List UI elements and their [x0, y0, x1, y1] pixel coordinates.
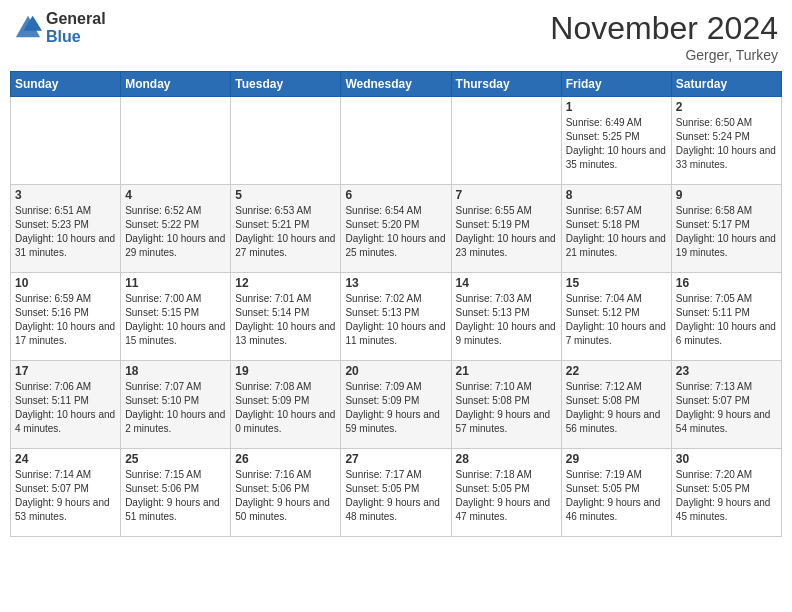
table-row: 23Sunrise: 7:13 AM Sunset: 5:07 PM Dayli…	[671, 361, 781, 449]
logo-general: General	[46, 10, 106, 28]
day-number: 6	[345, 188, 446, 202]
day-info: Sunrise: 7:08 AM Sunset: 5:09 PM Dayligh…	[235, 380, 336, 436]
day-number: 11	[125, 276, 226, 290]
title-block: November 2024 Gerger, Turkey	[550, 10, 778, 63]
day-number: 12	[235, 276, 336, 290]
day-number: 21	[456, 364, 557, 378]
table-row: 29Sunrise: 7:19 AM Sunset: 5:05 PM Dayli…	[561, 449, 671, 537]
table-row: 18Sunrise: 7:07 AM Sunset: 5:10 PM Dayli…	[121, 361, 231, 449]
day-number: 3	[15, 188, 116, 202]
table-row: 30Sunrise: 7:20 AM Sunset: 5:05 PM Dayli…	[671, 449, 781, 537]
day-info: Sunrise: 6:51 AM Sunset: 5:23 PM Dayligh…	[15, 204, 116, 260]
calendar-week-row: 17Sunrise: 7:06 AM Sunset: 5:11 PM Dayli…	[11, 361, 782, 449]
day-info: Sunrise: 7:15 AM Sunset: 5:06 PM Dayligh…	[125, 468, 226, 524]
day-number: 27	[345, 452, 446, 466]
day-number: 29	[566, 452, 667, 466]
day-number: 10	[15, 276, 116, 290]
table-row: 15Sunrise: 7:04 AM Sunset: 5:12 PM Dayli…	[561, 273, 671, 361]
day-info: Sunrise: 7:05 AM Sunset: 5:11 PM Dayligh…	[676, 292, 777, 348]
day-info: Sunrise: 7:06 AM Sunset: 5:11 PM Dayligh…	[15, 380, 116, 436]
table-row: 24Sunrise: 7:14 AM Sunset: 5:07 PM Dayli…	[11, 449, 121, 537]
calendar-header-row: Sunday Monday Tuesday Wednesday Thursday…	[11, 72, 782, 97]
table-row: 10Sunrise: 6:59 AM Sunset: 5:16 PM Dayli…	[11, 273, 121, 361]
table-row	[11, 97, 121, 185]
day-info: Sunrise: 7:20 AM Sunset: 5:05 PM Dayligh…	[676, 468, 777, 524]
day-info: Sunrise: 7:17 AM Sunset: 5:05 PM Dayligh…	[345, 468, 446, 524]
day-number: 7	[456, 188, 557, 202]
day-number: 2	[676, 100, 777, 114]
day-info: Sunrise: 6:54 AM Sunset: 5:20 PM Dayligh…	[345, 204, 446, 260]
col-sunday: Sunday	[11, 72, 121, 97]
day-info: Sunrise: 7:04 AM Sunset: 5:12 PM Dayligh…	[566, 292, 667, 348]
table-row: 12Sunrise: 7:01 AM Sunset: 5:14 PM Dayli…	[231, 273, 341, 361]
day-number: 4	[125, 188, 226, 202]
day-info: Sunrise: 7:03 AM Sunset: 5:13 PM Dayligh…	[456, 292, 557, 348]
table-row: 27Sunrise: 7:17 AM Sunset: 5:05 PM Dayli…	[341, 449, 451, 537]
logo-blue: Blue	[46, 28, 106, 46]
table-row: 14Sunrise: 7:03 AM Sunset: 5:13 PM Dayli…	[451, 273, 561, 361]
table-row	[341, 97, 451, 185]
table-row: 19Sunrise: 7:08 AM Sunset: 5:09 PM Dayli…	[231, 361, 341, 449]
calendar-week-row: 3Sunrise: 6:51 AM Sunset: 5:23 PM Daylig…	[11, 185, 782, 273]
table-row: 16Sunrise: 7:05 AM Sunset: 5:11 PM Dayli…	[671, 273, 781, 361]
location-title: Gerger, Turkey	[550, 47, 778, 63]
table-row: 28Sunrise: 7:18 AM Sunset: 5:05 PM Dayli…	[451, 449, 561, 537]
day-info: Sunrise: 7:02 AM Sunset: 5:13 PM Dayligh…	[345, 292, 446, 348]
day-number: 1	[566, 100, 667, 114]
table-row: 4Sunrise: 6:52 AM Sunset: 5:22 PM Daylig…	[121, 185, 231, 273]
day-info: Sunrise: 7:18 AM Sunset: 5:05 PM Dayligh…	[456, 468, 557, 524]
day-info: Sunrise: 7:09 AM Sunset: 5:09 PM Dayligh…	[345, 380, 446, 436]
calendar-week-row: 10Sunrise: 6:59 AM Sunset: 5:16 PM Dayli…	[11, 273, 782, 361]
day-info: Sunrise: 7:14 AM Sunset: 5:07 PM Dayligh…	[15, 468, 116, 524]
day-info: Sunrise: 6:53 AM Sunset: 5:21 PM Dayligh…	[235, 204, 336, 260]
day-number: 16	[676, 276, 777, 290]
table-row: 26Sunrise: 7:16 AM Sunset: 5:06 PM Dayli…	[231, 449, 341, 537]
day-info: Sunrise: 7:19 AM Sunset: 5:05 PM Dayligh…	[566, 468, 667, 524]
day-info: Sunrise: 7:12 AM Sunset: 5:08 PM Dayligh…	[566, 380, 667, 436]
day-info: Sunrise: 6:58 AM Sunset: 5:17 PM Dayligh…	[676, 204, 777, 260]
table-row: 11Sunrise: 7:00 AM Sunset: 5:15 PM Dayli…	[121, 273, 231, 361]
day-number: 30	[676, 452, 777, 466]
day-number: 22	[566, 364, 667, 378]
day-number: 18	[125, 364, 226, 378]
day-number: 19	[235, 364, 336, 378]
calendar-table: Sunday Monday Tuesday Wednesday Thursday…	[10, 71, 782, 537]
day-info: Sunrise: 7:13 AM Sunset: 5:07 PM Dayligh…	[676, 380, 777, 436]
table-row	[121, 97, 231, 185]
table-row: 21Sunrise: 7:10 AM Sunset: 5:08 PM Dayli…	[451, 361, 561, 449]
day-info: Sunrise: 6:50 AM Sunset: 5:24 PM Dayligh…	[676, 116, 777, 172]
col-monday: Monday	[121, 72, 231, 97]
day-info: Sunrise: 7:10 AM Sunset: 5:08 PM Dayligh…	[456, 380, 557, 436]
day-info: Sunrise: 6:57 AM Sunset: 5:18 PM Dayligh…	[566, 204, 667, 260]
table-row: 25Sunrise: 7:15 AM Sunset: 5:06 PM Dayli…	[121, 449, 231, 537]
day-info: Sunrise: 7:16 AM Sunset: 5:06 PM Dayligh…	[235, 468, 336, 524]
day-number: 9	[676, 188, 777, 202]
table-row: 3Sunrise: 6:51 AM Sunset: 5:23 PM Daylig…	[11, 185, 121, 273]
day-number: 14	[456, 276, 557, 290]
day-number: 5	[235, 188, 336, 202]
col-thursday: Thursday	[451, 72, 561, 97]
table-row: 1Sunrise: 6:49 AM Sunset: 5:25 PM Daylig…	[561, 97, 671, 185]
day-number: 17	[15, 364, 116, 378]
day-info: Sunrise: 7:00 AM Sunset: 5:15 PM Dayligh…	[125, 292, 226, 348]
day-number: 24	[15, 452, 116, 466]
logo: General Blue	[14, 10, 106, 45]
table-row: 9Sunrise: 6:58 AM Sunset: 5:17 PM Daylig…	[671, 185, 781, 273]
table-row: 7Sunrise: 6:55 AM Sunset: 5:19 PM Daylig…	[451, 185, 561, 273]
day-number: 25	[125, 452, 226, 466]
table-row: 5Sunrise: 6:53 AM Sunset: 5:21 PM Daylig…	[231, 185, 341, 273]
col-friday: Friday	[561, 72, 671, 97]
table-row: 17Sunrise: 7:06 AM Sunset: 5:11 PM Dayli…	[11, 361, 121, 449]
table-row: 6Sunrise: 6:54 AM Sunset: 5:20 PM Daylig…	[341, 185, 451, 273]
table-row: 2Sunrise: 6:50 AM Sunset: 5:24 PM Daylig…	[671, 97, 781, 185]
col-tuesday: Tuesday	[231, 72, 341, 97]
day-info: Sunrise: 7:01 AM Sunset: 5:14 PM Dayligh…	[235, 292, 336, 348]
page-header: General Blue November 2024 Gerger, Turke…	[10, 10, 782, 63]
logo-text: General Blue	[46, 10, 106, 45]
day-info: Sunrise: 7:07 AM Sunset: 5:10 PM Dayligh…	[125, 380, 226, 436]
day-number: 15	[566, 276, 667, 290]
table-row: 22Sunrise: 7:12 AM Sunset: 5:08 PM Dayli…	[561, 361, 671, 449]
day-info: Sunrise: 6:52 AM Sunset: 5:22 PM Dayligh…	[125, 204, 226, 260]
calendar-week-row: 1Sunrise: 6:49 AM Sunset: 5:25 PM Daylig…	[11, 97, 782, 185]
table-row: 8Sunrise: 6:57 AM Sunset: 5:18 PM Daylig…	[561, 185, 671, 273]
